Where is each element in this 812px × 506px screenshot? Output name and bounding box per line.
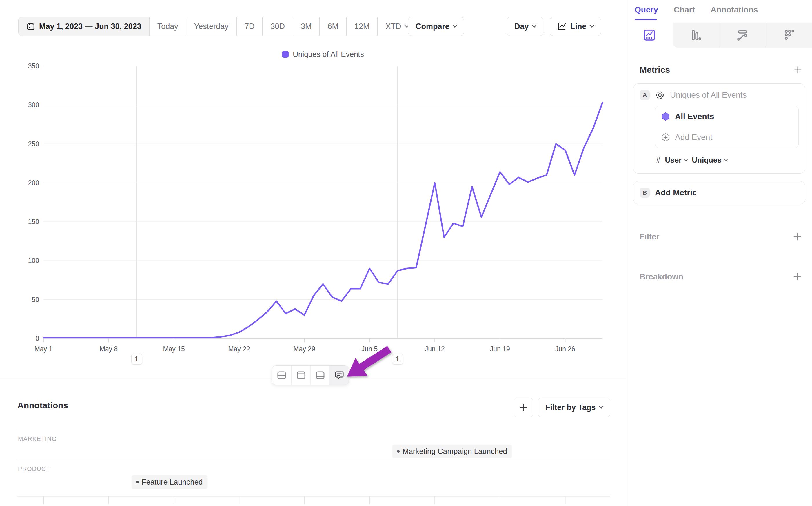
chevron-down-icon bbox=[684, 158, 688, 161]
panel-bottom-button[interactable] bbox=[310, 366, 330, 385]
plus-icon bbox=[793, 232, 802, 241]
plus-icon bbox=[793, 65, 802, 75]
add-filter-button[interactable] bbox=[793, 232, 802, 241]
retention-grid-icon bbox=[782, 28, 796, 42]
chart-type-tab-insights-line[interactable] bbox=[626, 23, 672, 48]
count-icon: # bbox=[656, 156, 660, 165]
svg-text:250: 250 bbox=[28, 140, 39, 148]
svg-text:May 1: May 1 bbox=[34, 345, 53, 353]
annotation-count-badge[interactable]: 1 bbox=[392, 353, 403, 364]
svg-text:300: 300 bbox=[28, 101, 39, 109]
split-horizontal-button[interactable] bbox=[272, 366, 291, 385]
chart-type-tab-retention[interactable] bbox=[765, 23, 812, 48]
tab-query[interactable]: Query bbox=[635, 5, 658, 14]
add-breakdown-button[interactable] bbox=[793, 272, 802, 281]
svg-text:Jun 19: Jun 19 bbox=[490, 345, 510, 353]
metric-a-header[interactable]: A Uniques of All Events bbox=[640, 90, 799, 100]
line-chart[interactable]: 050100150200250300350May 1May 8May 15May… bbox=[0, 0, 626, 365]
metric-card-a: A Uniques of All Events All Events bbox=[633, 83, 805, 174]
event-list: All Events Add Event bbox=[655, 106, 799, 148]
add-annotation-button[interactable] bbox=[514, 398, 533, 417]
chevron-down-icon bbox=[724, 158, 728, 161]
hexagon-icon bbox=[661, 112, 670, 121]
property-dropdown[interactable]: User bbox=[665, 156, 687, 165]
svg-text:200: 200 bbox=[28, 179, 39, 187]
lane-label-product: PRODUCT bbox=[18, 466, 50, 473]
annotation-dot-icon bbox=[136, 481, 139, 483]
breakdown-heading: Breakdown bbox=[640, 272, 683, 281]
event-row-all-events[interactable]: All Events bbox=[655, 106, 798, 127]
metric-card-b-add-metric[interactable]: B Add Metric bbox=[633, 181, 805, 204]
flows-icon bbox=[735, 28, 749, 42]
svg-text:Jun 5: Jun 5 bbox=[361, 345, 378, 353]
svg-text:Jun 12: Jun 12 bbox=[425, 345, 445, 353]
metrics-header: Metrics bbox=[640, 65, 802, 75]
aggregation-dropdown[interactable]: Uniques bbox=[692, 156, 727, 165]
comment-bubble-button[interactable] bbox=[330, 366, 349, 385]
chart-type-tab-bar[interactable] bbox=[672, 23, 719, 48]
annotation-chip-product[interactable]: Feature Launched bbox=[131, 475, 207, 489]
metric-title-placeholder: Uniques of All Events bbox=[670, 90, 747, 100]
svg-text:May 15: May 15 bbox=[163, 345, 185, 353]
panel-bottom-icon bbox=[315, 370, 326, 381]
panel-top-icon bbox=[296, 370, 306, 381]
add-event-button[interactable]: Add Event bbox=[655, 127, 798, 148]
metrics-heading: Metrics bbox=[640, 65, 670, 75]
split-horizontal-icon bbox=[276, 370, 287, 381]
query-builder: Metrics A Uniques of All Events bbox=[626, 48, 812, 281]
sidebar-tabs: Query Chart Annotations bbox=[635, 5, 758, 14]
filter-heading: Filter bbox=[640, 232, 659, 241]
lane-divider bbox=[17, 431, 610, 431]
query-sidebar: Query Chart Annotations bbox=[626, 0, 812, 506]
svg-text:0: 0 bbox=[35, 335, 39, 342]
svg-text:50: 50 bbox=[31, 296, 39, 304]
bar-chart-icon bbox=[689, 28, 703, 42]
insights-report-app: May 1, 2023 — Jun 30, 2023 Today Yesterd… bbox=[0, 0, 812, 506]
svg-text:May 8: May 8 bbox=[100, 345, 118, 353]
filter-section: Filter bbox=[640, 232, 802, 241]
hexagon-plus-icon bbox=[661, 133, 670, 142]
comment-bubble-icon bbox=[334, 370, 345, 381]
metric-badge: A bbox=[640, 90, 650, 100]
gear-icon[interactable] bbox=[655, 90, 665, 100]
svg-text:150: 150 bbox=[28, 218, 39, 226]
lane-label-marketing: MARKETING bbox=[18, 435, 57, 442]
svg-text:May 22: May 22 bbox=[228, 345, 250, 353]
chart-type-selector bbox=[626, 23, 812, 48]
chart-layout-toolbar bbox=[272, 365, 349, 385]
insights-chart-icon bbox=[642, 28, 656, 42]
annotation-count-badge[interactable]: 1 bbox=[131, 353, 142, 364]
chevron-down-icon bbox=[599, 404, 603, 409]
tab-annotations[interactable]: Annotations bbox=[711, 5, 758, 14]
tab-chart[interactable]: Chart bbox=[674, 5, 695, 14]
breakdown-section: Breakdown bbox=[640, 272, 802, 281]
metric-badge: B bbox=[640, 188, 650, 198]
lane-divider bbox=[17, 461, 610, 461]
svg-text:350: 350 bbox=[28, 62, 39, 70]
annotation-chip-marketing[interactable]: Marketing Campaign Launched bbox=[392, 444, 512, 458]
main-area: May 1, 2023 — Jun 30, 2023 Today Yesterd… bbox=[0, 0, 626, 506]
chart-type-tab-flows[interactable] bbox=[719, 23, 765, 48]
svg-text:100: 100 bbox=[28, 257, 39, 264]
active-tab-underline bbox=[635, 18, 657, 20]
plus-icon bbox=[519, 403, 528, 412]
filter-by-tags-dropdown[interactable]: Filter by Tags bbox=[538, 398, 610, 417]
svg-text:Jun 26: Jun 26 bbox=[555, 345, 575, 353]
annotation-dot-icon bbox=[397, 450, 399, 453]
panel-top-button[interactable] bbox=[291, 366, 310, 385]
add-metric-plus-button[interactable] bbox=[793, 65, 802, 75]
svg-text:May 29: May 29 bbox=[293, 345, 315, 353]
aggregation-row: # User Uniques bbox=[656, 156, 799, 165]
annotations-panel-title: Annotations bbox=[17, 401, 68, 410]
plus-icon bbox=[793, 272, 802, 281]
annotations-timeline-ruler bbox=[0, 492, 626, 506]
